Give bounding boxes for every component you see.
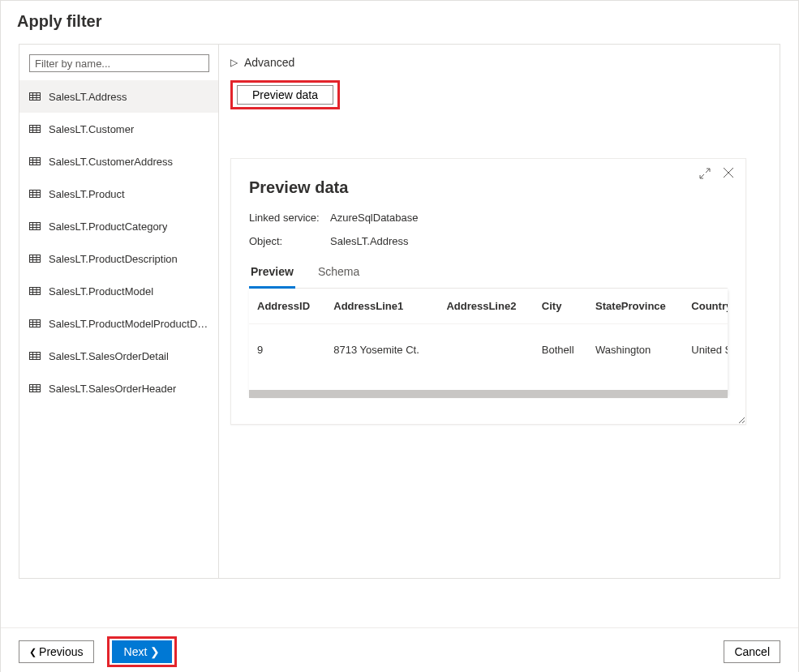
table-item[interactable]: SalesLT.SalesOrderHeader	[19, 372, 218, 404]
table-item[interactable]: SalesLT.ProductModelProductDe...	[19, 307, 218, 340]
advanced-label: Advanced	[244, 56, 294, 69]
table-icon	[29, 190, 41, 198]
table-list: SalesLT.AddressSalesLT.CustomerSalesLT.C…	[19, 80, 218, 404]
svg-rect-25	[30, 255, 41, 263]
panel-actions	[698, 167, 734, 183]
svg-rect-0	[30, 93, 41, 101]
table-icon	[29, 352, 41, 360]
table-item[interactable]: SalesLT.ProductDescription	[19, 242, 218, 275]
preview-table: AddressIDAddressLine1AddressLine2CitySta…	[249, 289, 728, 385]
cancel-button[interactable]: Cancel	[724, 640, 780, 663]
table-cell: Washington	[587, 324, 683, 386]
object-value: SalesLT.Address	[330, 235, 409, 247]
close-icon[interactable]	[723, 167, 734, 183]
table-item-label: SalesLT.CustomerAddress	[49, 156, 173, 168]
table-item-label: SalesLT.Address	[49, 91, 127, 103]
table-cell	[438, 324, 533, 386]
object-label: Object:	[249, 235, 330, 247]
table-item-label: SalesLT.ProductCategory	[49, 220, 167, 233]
svg-rect-15	[30, 190, 41, 198]
table-body: 98713 Yosemite Ct.BothellWashingtonUnite…	[249, 324, 728, 386]
table-item-label: SalesLT.ProductModel	[49, 285, 153, 297]
filter-by-name-input-wrap[interactable]	[29, 54, 209, 72]
table-item[interactable]: SalesLT.Customer	[19, 113, 218, 145]
content-area: SalesLT.AddressSalesLT.CustomerSalesLT.C…	[19, 44, 780, 579]
wizard-footer: ❮ Previous Next ❯ Cancel	[1, 627, 798, 672]
expand-icon[interactable]	[698, 167, 711, 183]
linked-service-value: AzureSqlDatabase	[330, 212, 418, 224]
tab-preview[interactable]: Preview	[249, 259, 295, 289]
preview-data-button[interactable]: Preview data	[237, 85, 333, 105]
table-icon	[29, 255, 41, 263]
preview-data-highlight: Preview data	[230, 80, 340, 109]
table-header-row: AddressIDAddressLine1AddressLine2CitySta…	[249, 289, 728, 324]
table-icon	[29, 222, 41, 230]
preview-data-panel: Preview data Linked service: AzureSqlDat…	[230, 158, 746, 425]
table-item[interactable]: SalesLT.Product	[19, 178, 218, 210]
previous-button[interactable]: ❮ Previous	[19, 640, 94, 663]
svg-rect-45	[30, 385, 41, 392]
preview-tabs: Preview Schema	[249, 259, 728, 289]
table-column-header[interactable]: AddressLine1	[325, 289, 438, 324]
table-cell: Bothell	[534, 324, 587, 386]
table-item-label: SalesLT.ProductModelProductDe...	[49, 318, 208, 330]
svg-rect-30	[30, 288, 41, 295]
linked-service-row: Linked service: AzureSqlDatabase	[249, 212, 728, 224]
linked-service-label: Linked service:	[249, 212, 330, 224]
table-item-label: SalesLT.ProductDescription	[49, 253, 178, 265]
table-item-label: SalesLT.SalesOrderDetail	[49, 350, 169, 362]
svg-rect-5	[30, 126, 41, 133]
preview-table-container: AddressIDAddressLine1AddressLine2CitySta…	[249, 289, 728, 398]
table-row[interactable]: 98713 Yosemite Ct.BothellWashingtonUnite…	[249, 324, 728, 386]
table-icon	[29, 319, 41, 327]
table-cell: United State	[683, 324, 728, 386]
table-item[interactable]: SalesLT.ProductCategory	[19, 210, 218, 242]
table-item[interactable]: SalesLT.ProductModel	[19, 275, 218, 307]
svg-rect-20	[30, 223, 41, 230]
table-item-label: SalesLT.Customer	[49, 123, 134, 135]
table-item[interactable]: SalesLT.CustomerAddress	[19, 145, 218, 178]
chevron-right-icon: ▷	[230, 57, 238, 68]
previous-label: Previous	[39, 645, 83, 658]
table-item[interactable]: SalesLT.Address	[19, 80, 218, 113]
table-column-header[interactable]: AddressID	[249, 289, 325, 324]
table-cell: 8713 Yosemite Ct.	[325, 324, 438, 386]
object-row: Object: SalesLT.Address	[249, 235, 728, 247]
advanced-toggle[interactable]: ▷ Advanced	[230, 54, 768, 80]
table-item-label: SalesLT.Product	[49, 188, 125, 200]
table-column-header[interactable]: AddressLine2	[438, 289, 533, 324]
table-column-header[interactable]: City	[534, 289, 587, 324]
filter-by-name-input[interactable]	[35, 58, 204, 70]
tab-schema[interactable]: Schema	[316, 259, 361, 288]
svg-rect-10	[30, 158, 41, 165]
next-label: Next	[124, 645, 148, 658]
table-icon	[29, 92, 41, 101]
horizontal-scrollbar[interactable]	[249, 390, 728, 398]
table-cell: 9	[249, 324, 325, 386]
svg-rect-40	[30, 353, 41, 360]
right-panel: ▷ Advanced Preview data Preview data	[219, 45, 780, 578]
next-button[interactable]: Next ❯	[112, 640, 173, 663]
table-list-panel: SalesLT.AddressSalesLT.CustomerSalesLT.C…	[19, 45, 219, 578]
chevron-right-icon: ❯	[147, 645, 160, 658]
next-button-highlight: Next ❯	[107, 636, 178, 667]
preview-panel-title: Preview data	[249, 178, 728, 197]
table-column-header[interactable]: CountryReg	[683, 289, 728, 324]
table-item[interactable]: SalesLT.SalesOrderDetail	[19, 340, 218, 372]
table-column-header[interactable]: StateProvince	[587, 289, 683, 324]
apply-filter-page: Apply filter SalesLT.AddressSalesLT.Cust…	[0, 0, 799, 672]
page-title: Apply filter	[1, 1, 798, 44]
table-icon	[29, 157, 41, 165]
table-item-label: SalesLT.SalesOrderHeader	[49, 383, 176, 395]
chevron-left-icon: ❮	[29, 647, 39, 657]
table-icon	[29, 125, 41, 133]
svg-rect-35	[30, 320, 41, 327]
table-icon	[29, 287, 41, 295]
table-icon	[29, 384, 41, 392]
